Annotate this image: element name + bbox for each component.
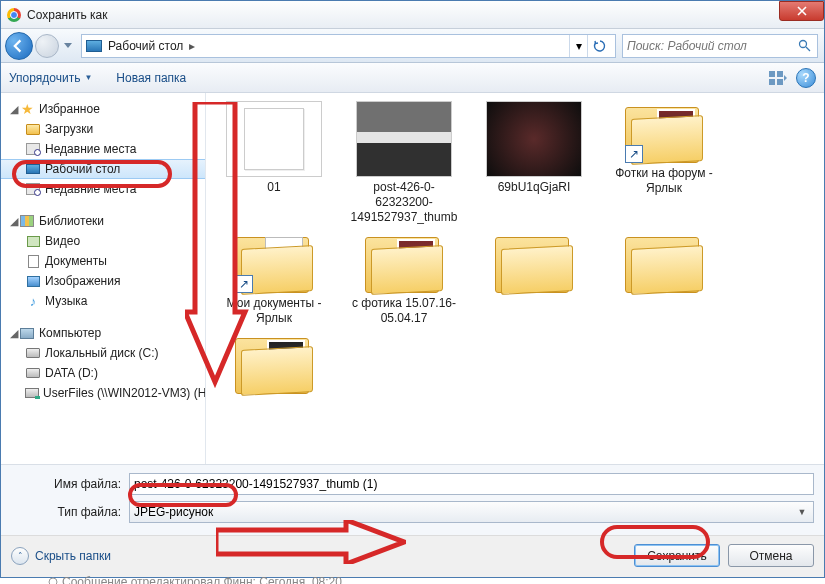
folder-thumbnail (495, 231, 573, 293)
tree-item-documents[interactable]: Документы (1, 251, 205, 271)
folder-thumbnail (625, 231, 703, 293)
forward-button[interactable] (35, 34, 59, 58)
save-as-dialog: Сохранить как Рабочий стол ▸ ▾ (0, 0, 825, 578)
button-bar: ˄ Скрыть папки Сохранить Отмена (1, 535, 824, 577)
filename-label: Имя файла: (11, 477, 129, 491)
nav-tree: ◢★Избранное Загрузки Недавние места Рабо… (1, 93, 206, 464)
file-item[interactable]: 01 (212, 101, 336, 225)
save-button[interactable]: Сохранить (634, 544, 720, 567)
recent-icon (26, 143, 40, 155)
svg-rect-3 (777, 71, 783, 77)
address-bar[interactable]: Рабочий стол ▸ ▾ (81, 34, 616, 58)
folder-thumbnail (365, 231, 443, 293)
filetype-combo[interactable]: JPEG-рисунок ▼ (129, 501, 814, 523)
svg-point-0 (799, 41, 806, 48)
library-icon (20, 215, 34, 227)
tree-libraries[interactable]: ◢Библиотеки (1, 211, 205, 231)
close-button[interactable] (779, 1, 824, 21)
breadcrumb[interactable]: Рабочий стол (108, 39, 183, 53)
file-item[interactable]: ↗ Мои документы - Ярлык (212, 231, 336, 326)
file-item[interactable] (472, 231, 596, 326)
chevron-up-icon: ˄ (11, 547, 29, 565)
file-item[interactable] (212, 332, 336, 397)
chrome-icon (7, 8, 21, 22)
video-icon (27, 236, 40, 247)
thumbnail (226, 101, 322, 177)
recent-icon (26, 183, 40, 195)
tree-item-recent2[interactable]: Недавние места (1, 179, 205, 199)
combo-caret-icon: ▼ (795, 507, 809, 517)
titlebar: Сохранить как (1, 1, 824, 29)
search-input[interactable] (627, 39, 795, 53)
music-icon: ♪ (25, 293, 41, 309)
address-dropdown-icon[interactable]: ▾ (569, 35, 587, 57)
tree-computer[interactable]: ◢Компьютер (1, 323, 205, 343)
cancel-button[interactable]: Отмена (728, 544, 814, 567)
folder-thumbnail: ↗ (625, 101, 703, 163)
folder-icon (26, 124, 40, 135)
star-icon: ★ (19, 101, 35, 117)
filename-input[interactable] (129, 473, 814, 495)
doc-icon (28, 255, 39, 268)
tree-item-downloads[interactable]: Загрузки (1, 119, 205, 139)
new-folder-button[interactable]: Новая папка (116, 71, 186, 85)
thumbnail (356, 101, 452, 177)
drive-icon (26, 368, 40, 378)
shortcut-icon: ↗ (235, 275, 253, 293)
pic-icon (27, 276, 40, 287)
tree-item-pictures[interactable]: Изображения (1, 271, 205, 291)
window-title: Сохранить как (27, 8, 107, 22)
tree-item-drive-d[interactable]: DATA (D:) (1, 363, 205, 383)
organize-button[interactable]: Упорядочить ▼ (9, 71, 92, 85)
desktop-icon (86, 40, 102, 52)
refresh-icon[interactable] (587, 35, 611, 57)
footer-text: Сообщение отредактировал Финн: Сегодня, … (48, 575, 342, 584)
svg-rect-5 (777, 79, 783, 85)
svg-line-1 (806, 47, 810, 51)
svg-point-6 (49, 578, 57, 584)
nav-bar: Рабочий стол ▸ ▾ (1, 29, 824, 63)
view-button[interactable] (766, 67, 790, 89)
svg-rect-4 (769, 79, 775, 85)
file-item[interactable] (602, 231, 726, 326)
folder-thumbnail: ↗ (235, 231, 313, 293)
filetype-label: Тип файла: (11, 505, 129, 519)
toolbar: Упорядочить ▼ Новая папка ? (1, 63, 824, 93)
computer-icon (20, 328, 34, 339)
nav-history-dropdown[interactable] (61, 43, 75, 48)
tree-item-video[interactable]: Видео (1, 231, 205, 251)
help-button[interactable]: ? (796, 68, 816, 88)
thumbnail (486, 101, 582, 177)
search-icon[interactable] (795, 39, 813, 52)
tree-item-desktop[interactable]: Рабочий стол (1, 159, 205, 179)
file-item[interactable]: с фотика 15.07.16-05.04.17 (342, 231, 466, 326)
search-box[interactable] (622, 34, 818, 58)
caret-icon: ▼ (84, 73, 92, 82)
file-item[interactable]: ↗ Фотки на форум - Ярлык (602, 101, 726, 225)
svg-rect-2 (769, 71, 775, 77)
file-pane[interactable]: 01 post-426-0-62323200-1491527937_thumb … (206, 93, 824, 464)
tree-item-drive-c[interactable]: Локальный диск (C:) (1, 343, 205, 363)
netdrive-icon (25, 388, 39, 398)
tree-favorites[interactable]: ◢★Избранное (1, 99, 205, 119)
back-button[interactable] (5, 32, 33, 60)
folder-thumbnail (235, 332, 313, 394)
file-item[interactable]: post-426-0-62323200-1491527937_thumb (342, 101, 466, 225)
tree-item-recent[interactable]: Недавние места (1, 139, 205, 159)
file-item[interactable]: 69bU1qGjaRI (472, 101, 596, 225)
drive-icon (26, 348, 40, 358)
tree-item-music[interactable]: ♪Музыка (1, 291, 205, 311)
hide-folders-button[interactable]: ˄ Скрыть папки (11, 547, 111, 565)
desktop-icon (26, 164, 40, 174)
form-area: Имя файла: Тип файла: JPEG-рисунок ▼ (1, 464, 824, 535)
tree-item-drive-h[interactable]: UserFiles (\\WIN2012-VM3) (H:) (1, 383, 205, 403)
crumb-arrow-icon[interactable]: ▸ (189, 39, 195, 53)
shortcut-icon: ↗ (625, 145, 643, 163)
